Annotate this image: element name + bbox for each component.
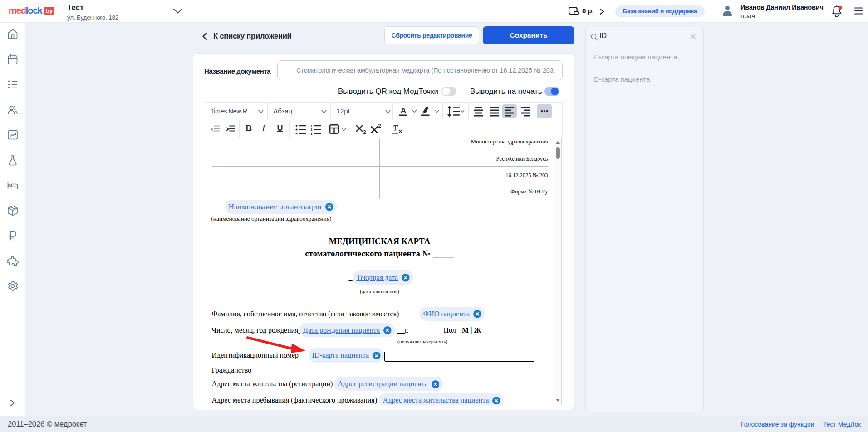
svg-text:1: 1 (311, 124, 313, 128)
svg-text:2: 2 (311, 128, 313, 131)
svg-text:A: A (401, 106, 406, 115)
svg-text:2: 2 (363, 129, 366, 134)
svg-text:T: T (393, 124, 398, 133)
svg-text:2: 2 (378, 123, 381, 128)
svg-text:3: 3 (311, 132, 313, 135)
